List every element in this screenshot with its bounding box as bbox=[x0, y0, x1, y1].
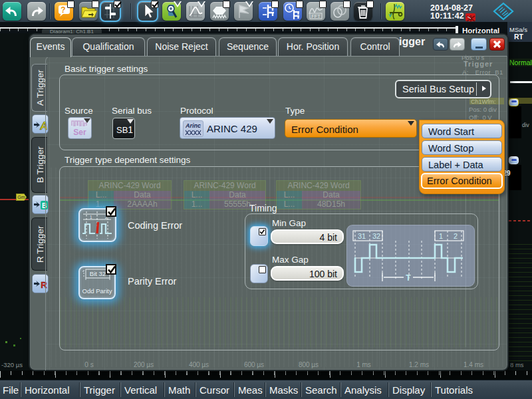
svg-text:32: 32 bbox=[372, 232, 380, 240]
svg-text:1: 1 bbox=[90, 215, 92, 219]
svg-text:Ser: Ser bbox=[73, 128, 86, 137]
svg-text:2: 2 bbox=[454, 232, 458, 240]
svg-text:31: 31 bbox=[358, 232, 366, 240]
svg-text:?: ? bbox=[61, 5, 65, 15]
svg-text:T: T bbox=[406, 273, 411, 283]
svg-text:1: 1 bbox=[439, 232, 443, 240]
svg-text:Odd Parity: Odd Parity bbox=[82, 287, 112, 295]
svg-text:FFT: FFT bbox=[311, 13, 321, 19]
svg-text:Bit 32: Bit 32 bbox=[90, 270, 106, 277]
svg-text:Arinc: Arinc bbox=[185, 122, 201, 129]
